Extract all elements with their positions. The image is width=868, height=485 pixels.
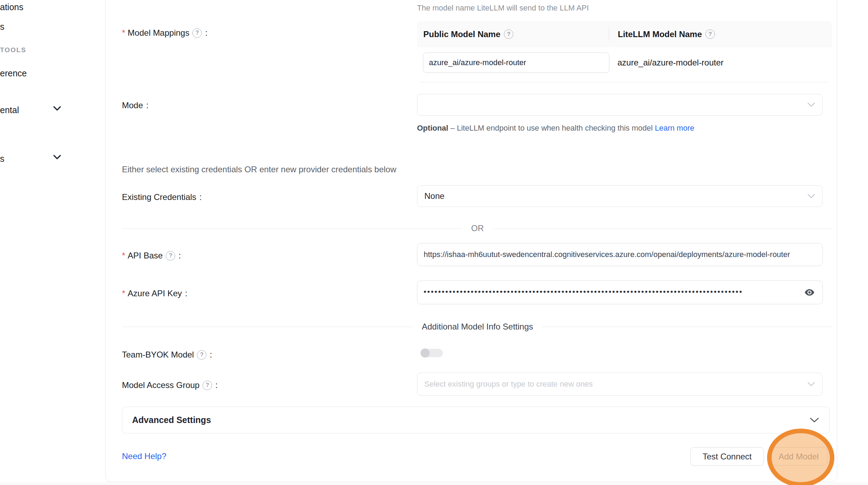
help-icon[interactable]: ? [705, 29, 715, 39]
divider-line [122, 228, 462, 229]
sidebar-item-inference[interactable]: erence [0, 68, 27, 78]
chevron-down-icon [53, 106, 61, 111]
api-base-label: API Base [128, 251, 163, 261]
api-base-input[interactable]: https://ishaa-mh6uutut-swedencentral.cog… [417, 243, 823, 266]
add-model-page: ations s TOOLS erence ental s The model … [0, 0, 868, 485]
litellm-model-name-header: LiteLLM Model Name ? [609, 29, 715, 39]
help-icon[interactable]: ? [197, 350, 206, 360]
model-access-group-select[interactable]: Select existing groups or type to create… [417, 373, 822, 396]
credentials-note: Either select existing credentials OR en… [122, 165, 396, 174]
team-byok-label: Team-BYOK Model [122, 350, 194, 360]
litellm-model-name-value: azure_ai/azure-model-router [617, 58, 724, 68]
add-model-button[interactable]: Add Model [770, 447, 827, 466]
optional-prefix: Optional [417, 124, 448, 132]
model-access-group-label-row: Model Access Group ? : [122, 380, 218, 390]
model-access-group-label: Model Access Group [122, 380, 199, 390]
or-divider: OR [122, 223, 833, 233]
azure-api-key-masked-value: ••••••••••••••••••••••••••••••••••••••••… [424, 287, 788, 296]
existing-credentials-select[interactable]: None [417, 185, 822, 207]
label-colon: : [185, 289, 187, 298]
model-access-group-placeholder: Select existing groups or type to create… [424, 380, 593, 389]
toggle-key-visibility-button[interactable] [804, 286, 815, 298]
test-connect-button[interactable]: Test Connect [690, 447, 764, 466]
model-name-hint: The model name LiteLLM will send to the … [417, 4, 589, 13]
label-colon: : [215, 380, 218, 390]
model-mappings-table: Public Model Name ? LiteLLM Model Name ?… [417, 21, 832, 82]
existing-credentials-label-row: Existing Credentials : [122, 192, 202, 202]
column-divider [609, 28, 609, 41]
model-mappings-header: Public Model Name ? LiteLLM Model Name ? [417, 21, 832, 47]
mode-help-text: Optional – LiteLLM endpoint to use when … [417, 121, 704, 135]
azure-api-key-input[interactable]: ••••••••••••••••••••••••••••••••••••••••… [417, 280, 823, 304]
label-colon: : [178, 251, 181, 261]
label-colon: : [205, 28, 207, 38]
mode-select[interactable] [417, 94, 822, 116]
public-model-name-header-label: Public Model Name [423, 29, 500, 39]
page-bottom-strip [0, 482, 868, 485]
team-byok-toggle[interactable] [421, 349, 443, 357]
help-icon[interactable]: ? [203, 381, 212, 390]
divider-line [542, 327, 833, 327]
chevron-down-icon [53, 155, 61, 160]
divider-line [493, 228, 833, 229]
existing-credentials-label: Existing Credentials [122, 192, 196, 202]
mode-label: Mode [122, 101, 143, 110]
chevron-down-icon [810, 417, 819, 423]
api-base-value: https://ishaa-mh6uutut-swedencentral.cog… [424, 250, 790, 259]
azure-api-key-label-row: * Azure API Key : [122, 289, 187, 298]
team-byok-label-row: Team-BYOK Model ? : [122, 350, 212, 360]
learn-more-link[interactable]: Learn more [655, 124, 695, 132]
required-asterisk: * [122, 289, 125, 298]
mode-help-body: – LiteLLM endpoint to use when health ch… [448, 124, 655, 132]
required-asterisk: * [122, 251, 125, 261]
help-icon[interactable]: ? [504, 29, 513, 39]
help-icon[interactable]: ? [192, 28, 202, 38]
sidebar-section-tools: TOOLS [0, 46, 26, 54]
label-colon: : [210, 350, 212, 360]
chevron-down-icon [807, 194, 815, 199]
need-help-link[interactable]: Need Help? [122, 451, 166, 461]
sidebar-item-integrations[interactable]: ations [0, 2, 23, 12]
advanced-settings-label: Advanced Settings [122, 415, 211, 425]
chevron-down-icon [807, 382, 815, 387]
sidebar-item-experimental[interactable]: ental [0, 105, 19, 115]
api-base-label-row: * API Base ? : [122, 251, 181, 261]
info-divider-text: Additional Model Info Settings [422, 322, 533, 332]
required-asterisk: * [122, 28, 125, 38]
label-colon: : [146, 101, 149, 110]
public-model-name-input[interactable] [423, 53, 609, 73]
or-divider-text: OR [471, 223, 484, 233]
eye-icon [804, 287, 815, 298]
litellm-model-name-header-label: LiteLLM Model Name [618, 29, 702, 39]
public-model-name-header: Public Model Name ? [417, 29, 609, 39]
sidebar-item-models[interactable]: s [0, 22, 5, 32]
toggle-knob [421, 348, 430, 358]
model-mappings-row: azure_ai/azure-model-router [417, 47, 832, 82]
chevron-down-icon [807, 103, 815, 107]
label-colon: : [199, 192, 202, 202]
sidebar-item-settings[interactable]: s [0, 154, 5, 164]
help-icon[interactable]: ? [166, 251, 175, 261]
existing-credentials-value: None [424, 191, 444, 201]
model-mappings-label: Model Mappings [128, 28, 189, 38]
model-mappings-label-row: * Model Mappings ? : [122, 28, 207, 38]
mode-label-row: Mode : [122, 101, 149, 110]
divider-line [122, 327, 413, 327]
azure-api-key-label: Azure API Key [128, 289, 182, 298]
advanced-settings-toggle[interactable]: Advanced Settings [122, 407, 830, 434]
info-divider: Additional Model Info Settings [122, 322, 833, 332]
